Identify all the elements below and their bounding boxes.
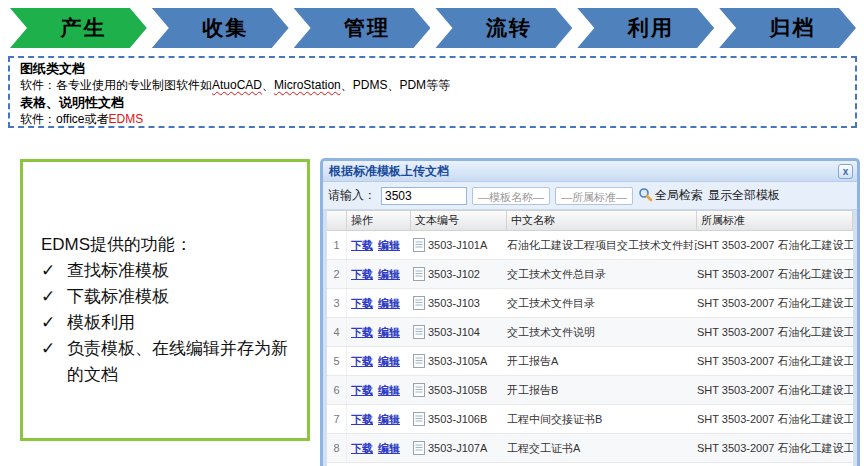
- note-text: 软件：各专业使用的专业制图软件如: [20, 78, 212, 92]
- row-standard: SHT 3503-2007 石油化工建设工程项目交工...: [697, 412, 853, 427]
- show-all-templates-button[interactable]: 显示全部模板: [708, 187, 780, 204]
- download-link[interactable]: 下载: [351, 355, 373, 367]
- table-row[interactable]: 4下载编辑3503-J104交工技术文件说明SHT 3503-2007 石油化工…: [327, 318, 853, 347]
- table-row[interactable]: 7下载编辑3503-J106B工程中间交接证书BSHT 3503-2007 石油…: [327, 405, 853, 434]
- feature-box: EDMS提供的功能： ✓查找标准模板✓下载标准模板✓模板利用✓负责模板、在线编辑…: [20, 159, 310, 441]
- row-code: 3503-J103: [411, 296, 507, 310]
- download-link[interactable]: 下载: [351, 442, 373, 454]
- row-number: 3: [327, 289, 347, 317]
- row-code: 3503-J101A: [411, 238, 507, 252]
- dialog-title-bar[interactable]: 根据标准模板上传文档 x: [323, 161, 857, 182]
- header-actions[interactable]: 操作: [347, 211, 411, 230]
- row-chinese-name: 交工技术文件总目录: [507, 267, 697, 282]
- download-link[interactable]: 下载: [351, 297, 373, 309]
- row-number: 6: [327, 376, 347, 404]
- document-icon: [413, 325, 425, 339]
- document-icon: [413, 354, 425, 368]
- edit-link[interactable]: 编辑: [378, 413, 400, 425]
- download-link[interactable]: 下载: [351, 268, 373, 280]
- note-heading-drawings: 图纸类文档: [20, 60, 845, 77]
- row-code-text: 3503-J103: [428, 297, 480, 309]
- header-numberer: [327, 211, 347, 230]
- flow-step-label: 归档: [760, 14, 816, 42]
- row-standard: SHT 3503-2007 石油化工建设工程项目交工...: [697, 296, 853, 311]
- row-code-text: 3503-J105A: [428, 355, 487, 367]
- row-code: 3503-J102: [411, 267, 507, 281]
- edit-link[interactable]: 编辑: [378, 268, 400, 280]
- row-chinese-name: 开工报告A: [507, 354, 697, 369]
- edit-link[interactable]: 编辑: [378, 239, 400, 251]
- table-row[interactable]: 3下载编辑3503-J103交工技术文件目录SHT 3503-2007 石油化工…: [327, 289, 853, 318]
- edit-link[interactable]: 编辑: [378, 326, 400, 338]
- check-icon: ✓: [41, 284, 67, 310]
- row-number: 7: [327, 405, 347, 433]
- table-header: 操作 文本编号 中文名称 所属标准: [327, 210, 853, 231]
- edit-link[interactable]: 编辑: [378, 442, 400, 454]
- global-search-button[interactable]: 全局检索: [638, 187, 703, 205]
- table-row[interactable]: 1下载编辑3503-J101A石油化工建设工程项目交工技术文件封面ASHT 35…: [327, 231, 853, 260]
- flow-step-3: 管理: [294, 8, 431, 48]
- flow-step-label: 产生: [50, 14, 106, 42]
- download-link[interactable]: 下载: [351, 326, 373, 338]
- feature-item-label: 查找标准模板: [67, 258, 169, 284]
- template-name-combo[interactable]: —模板名称—: [472, 187, 550, 205]
- document-icon: [413, 441, 425, 455]
- header-name[interactable]: 中文名称: [507, 211, 697, 230]
- table-row[interactable]: 5下载编辑3503-J105A开工报告ASHT 3503-2007 石油化工建设…: [327, 347, 853, 376]
- note-separator: 、: [262, 78, 274, 92]
- template-table: 操作 文本编号 中文名称 所属标准 1下载编辑3503-J101A石油化工建设工…: [327, 210, 853, 466]
- row-chinese-name: 交工技术文件目录: [507, 296, 697, 311]
- row-code-text: 3503-J104: [428, 326, 480, 338]
- row-number: 5: [327, 347, 347, 375]
- row-actions: 下载编辑: [347, 325, 411, 340]
- header-standard[interactable]: 所属标准: [697, 211, 853, 230]
- table-body: 1下载编辑3503-J101A石油化工建设工程项目交工技术文件封面ASHT 35…: [327, 231, 853, 466]
- flow-step-4: 流转: [435, 8, 572, 48]
- row-actions: 下载编辑: [347, 238, 411, 253]
- global-search-label: 全局检索: [655, 187, 703, 204]
- upload-template-dialog: 根据标准模板上传文档 x 请输入： —模板名称— —所属标准— 全局检索 显示全…: [320, 158, 860, 466]
- check-icon: ✓: [41, 310, 67, 336]
- row-chinese-name: 工程交工证书A: [507, 441, 697, 456]
- row-code-text: 3503-J102: [428, 268, 480, 280]
- download-link[interactable]: 下载: [351, 413, 373, 425]
- row-number: 2: [327, 260, 347, 288]
- row-code: 3503-J106B: [411, 412, 507, 426]
- document-icon: [413, 267, 425, 281]
- check-icon: ✓: [41, 258, 67, 284]
- row-code: 3503-J105A: [411, 354, 507, 368]
- feature-item-label: 下载标准模板: [67, 284, 169, 310]
- flow-step-5: 利用: [577, 8, 714, 48]
- edit-link[interactable]: 编辑: [378, 297, 400, 309]
- header-code[interactable]: 文本编号: [411, 211, 507, 230]
- close-icon[interactable]: x: [838, 164, 853, 179]
- feature-item: ✓负责模板、在线编辑并存为新的文档: [41, 336, 295, 388]
- edit-link[interactable]: 编辑: [378, 355, 400, 367]
- standard-combo[interactable]: —所属标准—: [555, 187, 633, 205]
- check-icon: ✓: [41, 336, 67, 388]
- row-code: 3503-J104: [411, 325, 507, 339]
- table-row[interactable]: 2下载编辑3503-J102交工技术文件总目录SHT 3503-2007 石油化…: [327, 260, 853, 289]
- flow-step-2: 收集: [152, 8, 289, 48]
- row-chinese-name: 交工技术文件说明: [507, 325, 697, 340]
- download-link[interactable]: 下载: [351, 384, 373, 396]
- software-name-microstation: MicroStation: [274, 78, 341, 92]
- row-code: 3503-J107A: [411, 441, 507, 455]
- row-code-text: 3503-J105B: [428, 384, 487, 396]
- flow-step-label: 流转: [476, 14, 532, 42]
- document-icon: [413, 412, 425, 426]
- feature-item: ✓查找标准模板: [41, 258, 295, 284]
- feature-item: ✓下载标准模板: [41, 284, 295, 310]
- row-actions: 下载编辑: [347, 296, 411, 311]
- note-text: 软件：office或者: [20, 112, 108, 126]
- table-row[interactable]: 6下载编辑3503-J105B开工报告BSHT 3503-2007 石油化工建设…: [327, 376, 853, 405]
- download-link[interactable]: 下载: [351, 239, 373, 251]
- row-number: 8: [327, 434, 347, 462]
- table-row[interactable]: 8下载编辑3503-J107A工程交工证书ASHT 3503-2007 石油化工…: [327, 434, 853, 463]
- process-flow: 产生收集管理流转利用归档: [10, 8, 856, 48]
- search-input[interactable]: [381, 187, 467, 205]
- search-input-label: 请输入：: [328, 187, 376, 204]
- feature-item-label: 模板利用: [67, 310, 135, 336]
- feature-item: ✓模板利用: [41, 310, 295, 336]
- edit-link[interactable]: 编辑: [378, 384, 400, 396]
